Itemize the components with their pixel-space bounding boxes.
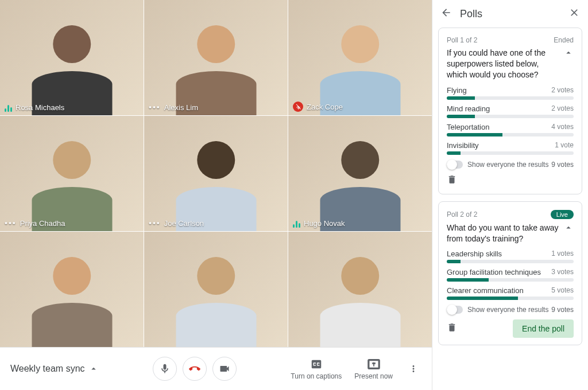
- trash-icon: [447, 174, 457, 185]
- option-votes: 2 votes: [551, 86, 574, 95]
- participant-name: Rosa Michaels: [16, 103, 64, 112]
- poll-status: Ended: [554, 36, 574, 44]
- end-poll-button[interactable]: End the poll: [513, 319, 574, 338]
- option-votes: 3 votes: [551, 268, 574, 276]
- option-votes: 1 vote: [555, 141, 574, 150]
- polls-list: Poll 1 of 2 Ended If you could have one …: [432, 28, 588, 390]
- center-controls: [153, 357, 237, 381]
- more-dots-icon: •••: [149, 103, 161, 112]
- delete-poll-button[interactable]: [447, 174, 457, 187]
- participant-tile[interactable]: [144, 232, 288, 347]
- participant-tile[interactable]: [0, 232, 144, 347]
- show-results-toggle[interactable]: [447, 306, 463, 314]
- close-button[interactable]: [568, 7, 580, 21]
- captions-icon: [310, 358, 323, 370]
- speaking-icon: [293, 220, 300, 228]
- panel-header: Polls: [432, 0, 588, 28]
- poll-question: What do you want to take away from today…: [447, 223, 559, 244]
- main-area: Rosa Michaels ••• Alexis Lim Zack Cope •…: [0, 0, 432, 390]
- option-label: Flying: [447, 86, 467, 95]
- option-label: Mind reading: [447, 104, 490, 113]
- participant-tile[interactable]: Rosa Michaels: [0, 0, 144, 115]
- poll-option: Group facilitation techniques3 votes: [447, 268, 574, 282]
- speaking-icon: [5, 104, 12, 112]
- captions-button[interactable]: Turn on captions: [291, 358, 342, 380]
- show-results-label: Show everyone the results: [467, 161, 548, 169]
- option-label: Clearer communication: [447, 286, 524, 295]
- captions-label: Turn on captions: [291, 372, 342, 380]
- participant-tile[interactable]: ••• Alexis Lim: [144, 0, 288, 115]
- poll-question: If you could have one of the superpowers…: [447, 48, 559, 80]
- trash-icon: [447, 322, 457, 333]
- more-dots-icon: •••: [5, 219, 17, 228]
- participant-name: Joe Carlson: [164, 219, 204, 228]
- option-votes: 2 votes: [551, 104, 574, 113]
- show-results-toggle[interactable]: [447, 161, 463, 169]
- back-button[interactable]: [440, 7, 452, 21]
- chevron-up-icon: [563, 48, 574, 58]
- polls-panel: Polls Poll 1 of 2 Ended If you could hav…: [432, 0, 588, 390]
- live-badge: Live: [551, 210, 574, 219]
- more-menu-button[interactable]: [405, 361, 421, 377]
- option-votes: 4 votes: [551, 123, 574, 131]
- option-label: Teleportation: [447, 123, 489, 131]
- participant-name: Alexis Lim: [164, 103, 198, 112]
- poll-option: Teleportation4 votes: [447, 123, 574, 136]
- participant-name: Hugo Novak: [304, 219, 345, 228]
- present-label: Present now: [354, 372, 393, 380]
- meeting-title[interactable]: Weekly team sync: [10, 364, 99, 374]
- poll-number: Poll 1 of 2: [447, 36, 477, 44]
- more-dots-icon: •••: [149, 219, 161, 228]
- bottom-bar: Weekly team sync Turn on captions Presen…: [0, 347, 432, 390]
- poll-option: Leadership skills1 votes: [447, 249, 574, 263]
- poll-number: Poll 2 of 2: [447, 210, 477, 219]
- hangup-button[interactable]: [183, 357, 207, 381]
- poll-option: Flying2 votes: [447, 86, 574, 100]
- option-votes: 1 votes: [551, 249, 574, 258]
- participant-name: Zack Cope: [307, 103, 343, 111]
- participant-tile[interactable]: Hugo Novak: [288, 116, 432, 231]
- poll-card: Poll 2 of 2 Live What do you want to tak…: [438, 201, 582, 346]
- participant-name: Priya Chadha: [20, 219, 65, 228]
- delete-poll-button[interactable]: [447, 322, 457, 335]
- chevron-up-icon: [563, 223, 574, 233]
- poll-option: Clearer communication5 votes: [447, 286, 574, 300]
- present-button[interactable]: Present now: [354, 358, 393, 380]
- collapse-button[interactable]: [563, 48, 574, 86]
- option-label: Group facilitation techniques: [447, 268, 541, 276]
- panel-title: Polls: [460, 8, 560, 20]
- total-votes: 9 votes: [551, 161, 574, 169]
- mic-button[interactable]: [153, 357, 177, 381]
- present-icon: [368, 358, 380, 370]
- poll-option: Mind reading2 votes: [447, 104, 574, 118]
- collapse-button[interactable]: [563, 223, 574, 250]
- option-label: Invisibility: [447, 141, 479, 150]
- participant-tile[interactable]: ••• Priya Chadha: [0, 116, 144, 231]
- participant-tile[interactable]: Zack Cope: [288, 0, 432, 115]
- arrow-back-icon: [440, 7, 452, 18]
- camera-button[interactable]: [212, 357, 237, 381]
- chevron-up-icon: [88, 364, 99, 374]
- total-votes: 9 votes: [551, 306, 574, 314]
- more-vert-icon: [408, 364, 419, 374]
- right-controls: Turn on captions Present now: [291, 358, 421, 380]
- show-results-label: Show everyone the results: [467, 306, 548, 314]
- participant-tile[interactable]: [288, 232, 432, 347]
- meeting-title-text: Weekly team sync: [10, 364, 85, 374]
- option-label: Leadership skills: [447, 249, 502, 258]
- option-votes: 5 votes: [551, 286, 574, 295]
- mic-muted-icon: [293, 102, 303, 112]
- poll-card: Poll 1 of 2 Ended If you could have one …: [438, 28, 582, 194]
- close-icon: [568, 7, 580, 18]
- poll-option: Invisibility1 vote: [447, 141, 574, 155]
- participant-grid: Rosa Michaels ••• Alexis Lim Zack Cope •…: [0, 0, 432, 347]
- participant-tile[interactable]: ••• Joe Carlson: [144, 116, 288, 231]
